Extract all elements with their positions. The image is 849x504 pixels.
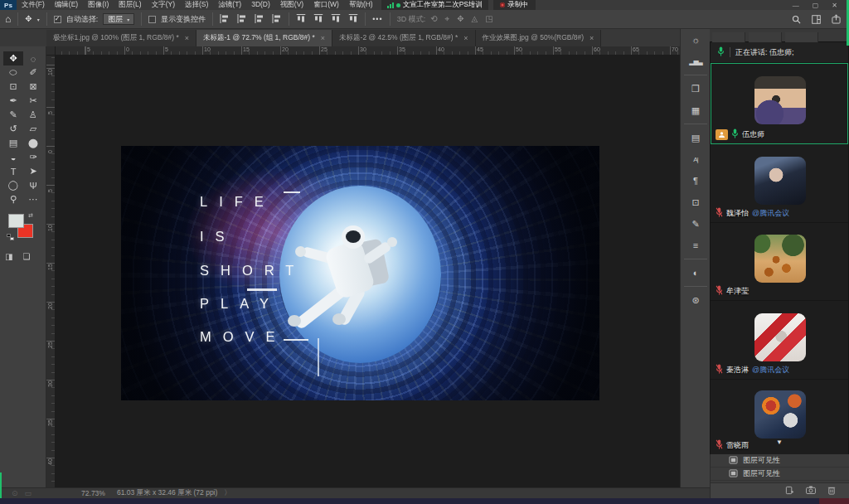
swatches-panel-icon[interactable]: ⊛ [681, 289, 711, 311]
menu-item[interactable]: 图像(I) [83, 0, 114, 10]
slice-tool[interactable]: ✂ [23, 94, 43, 108]
menu-item[interactable]: 编辑(E) [50, 0, 83, 10]
crop-tool[interactable]: ⊡ [3, 80, 23, 94]
3d-mode-icon[interactable]: ◬ [472, 14, 478, 24]
show-transform-checkbox[interactable] [148, 16, 156, 23]
move-tool[interactable]: ✥ [3, 51, 23, 65]
participant-tile[interactable]: 雷晓雨▼ [711, 380, 848, 455]
align-bottom-icon[interactable] [331, 14, 341, 25]
3d-mode-icon[interactable]: ⌖ [445, 14, 450, 24]
status-chevron-icon[interactable]: 〉 [224, 488, 231, 498]
more-options-icon[interactable]: ••• [372, 15, 382, 23]
participant-tile[interactable]: 牟津莹 [711, 223, 848, 301]
align-left-icon[interactable] [220, 14, 230, 25]
eyedropper-tool[interactable]: ✒ [3, 94, 23, 108]
artwork-image[interactable]: LIFEISSHORTPLAYMOVE [121, 146, 599, 400]
tab-close-icon[interactable]: × [321, 34, 325, 42]
menu-item[interactable]: 视图(V) [275, 0, 308, 10]
document-tab[interactable]: 作业效果图.jpg @ 50%(RGB/8#)× [476, 30, 602, 46]
clone-source-panel-icon[interactable]: ⊡ [681, 191, 711, 213]
lasso-tool[interactable]: ⬭ [3, 65, 23, 80]
menu-item[interactable]: 3D(D) [246, 0, 275, 10]
align-middle-icon[interactable] [313, 14, 323, 25]
character-panel-icon[interactable]: A| [681, 148, 711, 170]
libraries-panel-icon[interactable]: ▤ [681, 127, 711, 148]
hand-tool[interactable]: Ψ [23, 178, 43, 192]
align-right-icon[interactable] [255, 14, 264, 25]
brush-settings-panel-icon[interactable]: ✎ [681, 213, 711, 235]
move-tool-dropdown-arrow[interactable]: ▾ [37, 17, 40, 22]
move-tool-icon[interactable]: ✥ [25, 15, 32, 23]
menu-item[interactable]: 滤镜(T) [213, 0, 246, 10]
3d-panel-icon[interactable]: ❒ [681, 78, 711, 99]
type-tool[interactable]: T [3, 164, 23, 178]
histogram-panel-icon[interactable]: ▂▅▃ [681, 51, 711, 72]
menu-item[interactable]: 窗口(W) [308, 0, 344, 10]
align-top-icon[interactable] [296, 14, 306, 25]
pen-tool[interactable]: ✑ [23, 150, 43, 164]
history-step-row[interactable]: 图层可见性 [711, 468, 849, 481]
3d-mode-icon[interactable]: ✥ [457, 14, 463, 24]
3d-mode-icon[interactable]: ◳ [485, 14, 492, 24]
meeting-indicator[interactable]: 文宣工作室第二次PS培训 [381, 0, 488, 10]
menu-item[interactable]: 文字(Y) [147, 0, 180, 10]
gradient-tool[interactable]: ▤ [3, 136, 23, 150]
swap-colors-icon[interactable]: ⇄ [28, 212, 33, 219]
color-panel-icon[interactable]: ◐ [681, 262, 711, 284]
zoom-level[interactable]: 72.73% [81, 489, 105, 497]
menu-item[interactable]: 文件(F) [17, 0, 50, 10]
share-icon[interactable] [832, 14, 841, 26]
marquee-tool[interactable]: ◌ [23, 51, 43, 65]
history-step-row[interactable]: 图层可见性 [711, 454, 849, 468]
screen-mode-icon[interactable]: ❏ [22, 252, 30, 261]
document-tab[interactable]: 未标题-1 @ 72.7% (组 1, RGB/8#) *× [196, 30, 332, 46]
auto-select-dropdown[interactable]: 图层 ▾ [103, 13, 134, 25]
frame-tool[interactable]: ⊠ [23, 80, 43, 94]
menu-item[interactable]: 选择(S) [180, 0, 213, 10]
participant-tile[interactable]: 秦浩淋@腾讯会议 [711, 301, 848, 380]
spot-healing-tool[interactable]: ✐ [23, 65, 43, 80]
document-tab[interactable]: 未标题-2 @ 42.5% (图层 1, RGB/8#) *× [332, 30, 476, 46]
delete-trash-icon[interactable] [827, 486, 836, 497]
path-select-tool[interactable]: ➤ [23, 164, 43, 178]
brush-tool[interactable]: ✎ [3, 108, 23, 122]
paragraph-panel-icon[interactable]: ¶ [681, 170, 711, 191]
foreground-color-swatch[interactable] [8, 214, 24, 228]
new-doc-from-state-icon[interactable] [785, 486, 794, 497]
workspace-switcher-icon[interactable] [812, 15, 821, 26]
recording-indicator[interactable]: 录制中 [493, 0, 536, 10]
menu-item[interactable]: 图层(L) [114, 0, 146, 10]
search-icon[interactable] [792, 15, 801, 26]
menu-item[interactable]: 帮助(H) [344, 0, 378, 10]
auto-select-checkbox[interactable]: ✓ [54, 16, 61, 23]
clone-stamp-tool[interactable]: ♙ [23, 108, 43, 122]
document-tab[interactable]: 极坐标1.jpg @ 100% (图层 1, RGB/8#) *× [46, 30, 196, 46]
blur-tool[interactable]: ⬤ [23, 136, 43, 150]
tool-presets-panel-icon[interactable]: ≡ [681, 235, 711, 256]
shape-tool[interactable]: ◯ [3, 178, 23, 192]
default-colors-icon[interactable] [7, 234, 14, 240]
participant-tile[interactable]: 伍忠师 [711, 63, 848, 144]
window-control-icon[interactable]: — [793, 2, 799, 9]
zoom-tool[interactable]: ⚲ [3, 192, 23, 206]
tab-close-icon[interactable]: × [185, 34, 189, 42]
window-control-icon[interactable]: ▢ [813, 2, 819, 9]
adjustments-panel-icon[interactable]: ☼ [681, 29, 711, 51]
eraser-tool[interactable]: ▱ [23, 122, 43, 136]
distribute-v-icon[interactable] [348, 14, 358, 25]
quick-mask-icon[interactable]: ◨ [5, 252, 12, 261]
more-tools[interactable]: ⋯ [23, 192, 43, 206]
align-center-h-icon[interactable] [237, 14, 247, 25]
window-control-icon[interactable]: ✕ [832, 2, 837, 9]
expand-arrow-icon[interactable]: ▼ [711, 439, 848, 446]
tab-close-icon[interactable]: × [589, 34, 594, 42]
3d-mode-icon[interactable]: ⟲ [430, 14, 437, 24]
dodge-tool[interactable]: ◒ [3, 150, 23, 164]
home-icon[interactable]: ⌂ [5, 14, 11, 24]
history-brush-tool[interactable]: ↺ [3, 122, 23, 136]
snapshot-camera-icon[interactable] [806, 486, 816, 496]
info-panel-icon[interactable]: ▦ [681, 99, 711, 121]
tab-close-icon[interactable]: × [463, 34, 468, 42]
distribute-h-icon[interactable] [272, 14, 282, 25]
participant-tile[interactable]: 魏泽怡@腾讯会议 [711, 144, 848, 223]
